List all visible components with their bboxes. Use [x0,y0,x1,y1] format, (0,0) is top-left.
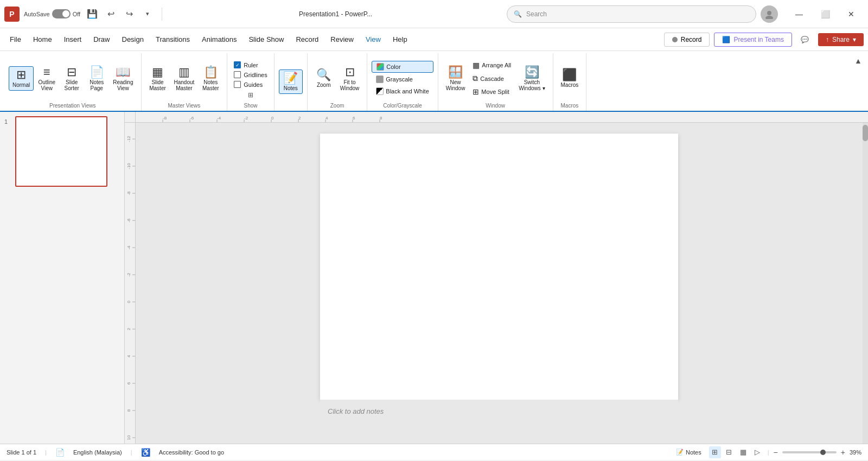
menu-home[interactable]: Home [28,32,58,47]
new-window-label: NewWindow [446,79,465,91]
menu-review[interactable]: Review [325,32,359,47]
ribbon-group-color: Color Grayscale Black and White Color/Gr… [367,53,438,111]
color-option-black-white[interactable]: Black and White [372,86,433,97]
close-button[interactable]: ✕ [839,5,864,23]
svg-text:10: 10 [126,435,131,440]
ribbon-btn-slide-master[interactable]: ▦ SlideMaster [146,64,170,93]
ribbon-btn-cascade[interactable]: ⧉ Cascade [469,72,514,85]
profile-button[interactable] [761,5,778,23]
reading-view-label: ReadingView [113,79,133,91]
teams-icon: 🟦 [722,36,730,43]
menu-file[interactable]: File [4,32,27,47]
undo-button[interactable]: ↩ [103,7,118,22]
slide-master-label: SlideMaster [149,79,166,91]
ribbon-group-presentation-views: ⊞ Normal ≡ OutlineView ⊟ SlideSorter 📄 N… [4,53,142,111]
slide-canvas[interactable]: Click to add notes [136,123,863,444]
color-swatch-color [376,63,384,71]
search-box[interactable]: 🔍 Search [507,5,756,23]
ribbon-btn-notes[interactable]: 📝 Notes [279,70,303,94]
gridlines-checkbox[interactable]: Gridlines [232,70,269,79]
comments-button[interactable]: 💬 [796,31,814,48]
ruler-label: Ruler [244,62,258,68]
restore-button[interactable]: ⬜ [813,5,838,23]
ruler-checkbox[interactable]: ✓ Ruler [232,60,269,70]
notes-status-icon: 📝 [676,449,684,456]
svg-point-1 [765,16,773,19]
ribbon-btn-switch-windows[interactable]: 🔄 SwitchWindows ▾ [515,64,548,93]
slide-thumbnail[interactable] [15,116,107,187]
notes-status-button[interactable]: 📝 Notes [673,447,705,457]
ribbon-btn-outline-view[interactable]: ≡ OutlineView [35,64,59,93]
view-icon-normal[interactable]: ⊞ [709,446,721,458]
present-teams-button[interactable]: 🟦 Present in Teams [714,33,792,47]
color-option-grayscale[interactable]: Grayscale [372,74,433,85]
menu-transitions[interactable]: Transitions [150,32,195,47]
save-button[interactable]: 💾 [85,7,100,22]
notes-master-label: NotesMaster [202,79,219,91]
menu-animations[interactable]: Animations [196,32,242,47]
zoom-slider[interactable] [782,451,837,453]
view-icon-outline[interactable]: ▦ [737,446,749,458]
show-expand-icon[interactable]: ⊞ [248,91,253,99]
slide-content[interactable] [320,134,678,400]
svg-text:-4: -4 [217,116,221,121]
autosave-toggle[interactable] [52,9,71,18]
ribbon-btn-zoom[interactable]: 🔍 Zoom [312,67,336,90]
menu-view[interactable]: View [360,32,386,47]
svg-text:0: 0 [126,300,131,303]
view-icon-grid[interactable]: ⊟ [723,446,735,458]
scrollbar-thumb-v[interactable] [863,125,868,141]
move-split-label: Move Split [481,89,509,95]
menu-insert[interactable]: Insert [59,32,87,47]
minimize-button[interactable]: — [787,5,812,23]
macros-label: Macros [561,82,579,88]
ribbon-collapse-btn[interactable]: ▲ [853,53,864,111]
slide-sorter-label: SlideSorter [65,79,79,91]
ribbon-btn-move-split[interactable]: ⊞ Move Split [469,86,514,98]
menu-help[interactable]: Help [387,32,413,47]
ribbon-btn-fit-to-window[interactable]: ⊡ Fit toWindow [337,64,363,93]
guides-checkbox[interactable]: Guides [232,80,269,89]
ribbon-btn-arrange-all[interactable]: ▦ Arrange All [469,59,514,71]
svg-text:-6: -6 [126,218,131,223]
switch-windows-icon: 🔄 [525,66,539,78]
notes-icon: 📝 [283,72,298,84]
vertical-scrollbar[interactable] [863,123,868,444]
ribbon-btn-notes-master[interactable]: 📋 NotesMaster [199,64,222,93]
ribbon-group-notes: 📝 Notes [275,53,308,111]
record-button[interactable]: Record [664,33,710,47]
normal-label: Normal [12,82,30,88]
zoom-increase-icon[interactable]: + [841,448,845,457]
slide-number: 1 [4,116,12,125]
macros-icon: ⬛ [562,69,577,81]
ribbon-btn-handout-master[interactable]: ▥ HandoutMaster [171,64,198,93]
notes-placeholder-area[interactable]: Click to add notes [320,400,678,423]
ribbon-btn-slide-sorter[interactable]: ⊟ SlideSorter [60,64,84,93]
svg-text:-6: -6 [190,116,194,121]
ribbon-btn-normal[interactable]: ⊞ Normal [9,66,34,91]
handout-master-icon: ▥ [178,66,190,78]
ribbon-group-show: ✓ Ruler Gridlines Guides ⊞ Show [227,53,274,111]
menu-record[interactable]: Record [290,32,324,47]
accessibility: Accessibility: Good to go [159,449,224,456]
color-option-color[interactable]: Color [372,61,433,73]
color-group-label: Color/Grayscale [372,102,433,111]
menu-slideshow[interactable]: Slide Show [243,32,289,47]
slide-panel: 1 [0,112,125,444]
share-button[interactable]: ↑ Share ▾ [818,33,864,46]
gridlines-checkbox-box [234,71,241,78]
ribbon-btn-macros[interactable]: ⬛ Macros [558,67,582,90]
redo-button[interactable]: ↪ [122,7,137,22]
zoom-content: 🔍 Zoom ⊡ Fit toWindow [312,53,363,102]
ribbon-btn-reading-view[interactable]: 📖 ReadingView [110,64,136,93]
menu-design[interactable]: Design [117,32,149,47]
menu-draw[interactable]: Draw [88,32,115,47]
ribbon-btn-new-window[interactable]: 🪟 NewWindow [443,64,469,93]
view-icon-presenter[interactable]: ▷ [751,446,763,458]
ribbon-btn-notes-page[interactable]: 📄 NotesPage [85,64,108,93]
svg-text:8: 8 [380,116,382,121]
guides-checkbox-box [234,81,241,88]
present-teams-label: Present in Teams [733,36,784,43]
zoom-decrease-icon[interactable]: − [774,448,778,457]
customize-quick-access-button[interactable]: ▾ [140,7,155,22]
